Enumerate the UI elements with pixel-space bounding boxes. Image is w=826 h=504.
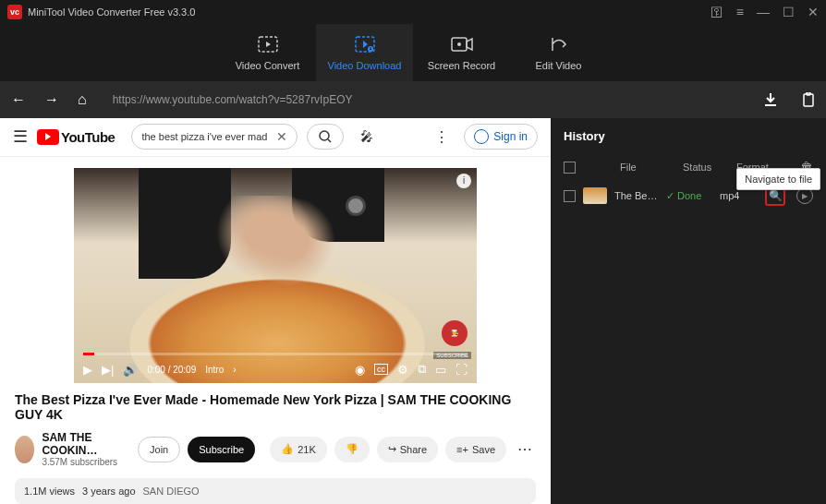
video-location: SAN DIEGO — [143, 486, 200, 497]
row-checkbox[interactable] — [564, 190, 576, 202]
search-input[interactable] — [141, 131, 276, 142]
history-panel: History File Status Format 🗑 The Be… ✓ D… — [551, 118, 826, 504]
subscriber-count: 3.57M subscribers — [42, 457, 119, 467]
history-title: History — [564, 129, 813, 143]
video-player[interactable]: i 👨‍🍳 SUBSCRIBE ▶ ▶| 🔊 0:00 / 20:09 Intr… — [74, 168, 477, 383]
select-all-checkbox[interactable] — [564, 162, 576, 174]
chevron-right-icon[interactable]: › — [233, 365, 236, 375]
row-status: ✓ Done — [666, 190, 712, 202]
row-format: mp4 — [720, 190, 757, 201]
more-icon[interactable]: ⋮ — [434, 128, 449, 146]
thumbs-up-icon: 👍 — [281, 443, 294, 455]
thumbs-down-icon: 👎 — [346, 443, 358, 455]
channel-name[interactable]: SAM THE COOKIN… — [42, 431, 119, 457]
cc-button[interactable]: cc — [374, 364, 388, 375]
hamburger-icon[interactable]: ☰ — [13, 126, 28, 147]
col-file: File — [620, 162, 675, 173]
menu-icon[interactable]: ≡ — [736, 5, 744, 19]
app-title: MiniTool Video Converter Free v3.3.0 — [28, 6, 711, 18]
download-button[interactable] — [763, 92, 778, 107]
search-button[interactable] — [307, 124, 344, 150]
browser-nav: ← → ⌂ https://www.youtube.com/watch?v=52… — [0, 81, 826, 118]
volume-button[interactable]: 🔊 — [123, 363, 138, 377]
edit-icon — [550, 34, 568, 54]
avatar-icon — [474, 129, 489, 144]
row-filename: The Be… — [614, 190, 659, 201]
chapter-label[interactable]: Intro — [205, 365, 224, 375]
svg-rect-5 — [804, 94, 813, 106]
svg-point-7 — [320, 131, 329, 140]
col-status: Status — [683, 162, 729, 173]
channel-badge: 👨‍🍳 — [442, 320, 468, 346]
video-age: 3 years ago — [82, 486, 135, 497]
save-icon: ≡+ — [456, 444, 468, 455]
subscribe-button[interactable]: Subscribe — [188, 437, 255, 462]
close-button[interactable]: ✕ — [808, 5, 819, 19]
autoplay-toggle[interactable]: ◉ — [355, 363, 365, 377]
app-logo: vc — [7, 5, 22, 19]
view-count: 1.1M views — [24, 486, 75, 497]
player-controls: ▶ ▶| 🔊 0:00 / 20:09 Intro › ◉ cc ⚙ ⧉ ▭ ⛶ — [74, 355, 477, 383]
youtube-logo[interactable]: YouTube — [37, 129, 115, 145]
join-button[interactable]: Join — [138, 437, 180, 462]
main-tabs: Video Convert Video Download Screen Reco… — [0, 24, 826, 81]
download-icon — [355, 34, 375, 54]
tab-screen-record[interactable]: Screen Record — [413, 24, 510, 81]
theater-button[interactable]: ▭ — [435, 363, 446, 377]
miniplayer-button[interactable]: ⧉ — [418, 362, 426, 377]
minimize-button[interactable]: — — [757, 5, 770, 19]
signin-button[interactable]: Sign in — [464, 124, 538, 150]
mic-button[interactable]: 🎤︎ — [353, 123, 381, 150]
save-button[interactable]: ≡+Save — [445, 437, 506, 462]
video-frame — [74, 168, 477, 383]
home-button[interactable]: ⌂ — [78, 91, 87, 108]
youtube-header: ☰ YouTube ✕ 🎤︎ ⋮ Sign in — [0, 118, 551, 157]
search-box[interactable]: ✕ — [131, 124, 298, 150]
next-button[interactable]: ▶| — [102, 363, 114, 377]
maximize-button[interactable]: ☐ — [783, 5, 795, 19]
tab-video-convert[interactable]: Video Convert — [219, 24, 316, 81]
time-display: 0:00 / 20:09 — [147, 365, 196, 375]
channel-avatar[interactable] — [15, 436, 34, 463]
convert-icon — [258, 34, 278, 54]
fullscreen-button[interactable]: ⛶ — [456, 363, 468, 377]
more-actions-button[interactable]: ⋯ — [514, 440, 536, 458]
settings-icon[interactable]: ⚙ — [397, 363, 408, 377]
video-stats[interactable]: 1.1M views 3 years ago SAN DIEGO — [15, 478, 536, 504]
share-icon: ↪ — [388, 443, 396, 455]
video-meta: SAM THE COOKIN… 3.57M subscribers Join S… — [0, 427, 551, 471]
play-button[interactable]: ▶ — [83, 363, 92, 377]
svg-point-4 — [457, 42, 461, 46]
tab-video-download[interactable]: Video Download — [316, 24, 413, 81]
record-icon — [451, 34, 473, 54]
row-thumbnail — [583, 187, 607, 204]
youtube-play-icon — [37, 129, 59, 145]
embedded-browser: ☰ YouTube ✕ 🎤︎ ⋮ Sign in i 👨‍🍳 — [0, 118, 551, 504]
back-button[interactable]: ← — [11, 91, 26, 108]
url-bar[interactable]: https://www.youtube.com/watch?v=5287rvIp… — [105, 93, 739, 106]
tab-edit-video[interactable]: Edit Video — [510, 24, 607, 81]
clear-search-icon[interactable]: ✕ — [276, 129, 287, 144]
info-badge[interactable]: i — [456, 174, 471, 188]
tooltip: Navigate to file — [736, 168, 820, 190]
dislike-button[interactable]: 👎 — [334, 437, 370, 462]
like-button[interactable]: 👍21K — [270, 437, 327, 462]
video-title: The Best Pizza I've Ever Made - Homemade… — [0, 383, 551, 427]
share-button[interactable]: ↪Share — [377, 437, 438, 462]
clipboard-button[interactable] — [802, 92, 815, 107]
key-icon[interactable]: ⚿ — [711, 5, 723, 19]
titlebar: vc MiniTool Video Converter Free v3.3.0 … — [0, 0, 826, 24]
forward-button[interactable]: → — [44, 91, 59, 108]
